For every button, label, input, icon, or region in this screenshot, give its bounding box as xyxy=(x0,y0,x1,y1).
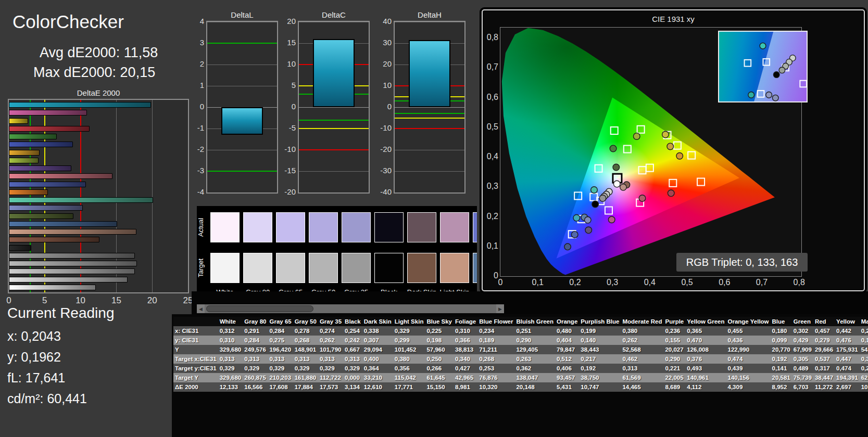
actual-swatch-white[interactable] xyxy=(210,212,240,242)
actual-swatch-gray-35[interactable] xyxy=(342,212,371,242)
scroll-right-button[interactable]: ▶ xyxy=(496,304,504,313)
column-header-blue-sky[interactable]: Blue Sky xyxy=(425,317,454,326)
cell-tx: 0,512 xyxy=(555,354,579,364)
cell-ty: 0,329 xyxy=(343,364,362,373)
target-swatch-black[interactable] xyxy=(374,253,404,283)
cell-y: 0,299 xyxy=(393,336,425,345)
inset-target-point xyxy=(758,91,764,97)
cell-tx: 0,400 xyxy=(362,354,393,364)
cell-ty: 0,329 xyxy=(268,364,293,373)
scrollbar-thumb[interactable] xyxy=(206,305,313,312)
target-swatch-row xyxy=(197,253,477,283)
cell-x: 0,278 xyxy=(293,326,318,336)
column-header-dark-skin[interactable]: Dark Skin xyxy=(362,317,393,326)
target-swatch-gray-80[interactable] xyxy=(243,253,272,283)
inset-measured-point xyxy=(748,92,754,98)
column-header-foliage[interactable]: Foliage xyxy=(454,317,477,326)
column-header-orange[interactable]: Orange xyxy=(555,317,579,326)
actual-swatch-blue-sky[interactable] xyxy=(473,212,477,242)
inset-target-point xyxy=(800,81,807,87)
column-header-green[interactable]: Green xyxy=(792,317,813,326)
scroll-left-button[interactable]: ◀ xyxy=(197,304,205,313)
target-swatch-gray-65[interactable] xyxy=(276,253,305,283)
cell-tx: 0,313 xyxy=(243,354,268,364)
cell-tY: 62,066 xyxy=(860,373,868,382)
cell-tY: 38,447 xyxy=(813,373,835,382)
column-header-white[interactable]: White xyxy=(218,317,243,326)
cell-tY: 20,581 xyxy=(771,373,792,382)
y-tick-label: 0 xyxy=(372,102,392,111)
column-header-bluish-green[interactable]: Bluish Green xyxy=(514,317,555,326)
cell-Y: 67,909 xyxy=(792,345,813,354)
column-header-gray-35[interactable]: Gray 35 xyxy=(318,317,343,326)
column-header-magenta[interactable]: Magenta xyxy=(860,317,868,326)
target-point-bluish-green xyxy=(595,165,602,172)
actual-swatch-dark-skin[interactable] xyxy=(407,212,436,242)
table-row-tx: Target x:CIE310,3130,3130,3130,3130,3130… xyxy=(173,354,868,364)
y-tick-label: -5 xyxy=(276,123,296,132)
column-header-gray-65[interactable]: Gray 65 xyxy=(268,317,293,326)
cell-dE: 4,309 xyxy=(726,382,771,392)
target-point-foliage xyxy=(624,146,631,153)
cell-y: 0,476 xyxy=(835,336,860,345)
column-header-blue[interactable]: Blue xyxy=(771,317,792,326)
cie-y-tick: 0,1 xyxy=(484,241,498,251)
cell-dE: 12,610 xyxy=(362,382,393,392)
delta-c-chart xyxy=(298,21,370,194)
y-tick-label: -30 xyxy=(372,166,392,175)
y-tick-label: 20 xyxy=(372,59,392,68)
inset-target-point xyxy=(763,59,770,66)
cell-Y: 29,666 xyxy=(813,345,835,354)
measured-point-light-skin xyxy=(620,184,627,191)
target-swatch-gray-50[interactable] xyxy=(309,253,338,283)
measured-point-green xyxy=(610,145,617,152)
cell-tY: 140,961 xyxy=(685,373,726,382)
cie-y-tick: 0,6 xyxy=(484,93,498,102)
actual-swatch-gray-80[interactable] xyxy=(243,212,272,242)
swatch-scrollbar[interactable]: ◀ ▶ xyxy=(197,304,504,313)
de2000-bar-chart xyxy=(8,99,189,293)
column-header-gray-80[interactable]: Gray 80 xyxy=(243,317,268,326)
actual-swatch-gray-65[interactable] xyxy=(276,212,305,242)
target-swatch-light-skin[interactable] xyxy=(440,253,469,283)
column-header-purple[interactable]: Purple xyxy=(663,317,685,326)
column-header-orange-yellow[interactable]: Orange Yellow xyxy=(726,317,771,326)
column-header-black[interactable]: Black xyxy=(343,317,362,326)
target-point-purple xyxy=(605,207,612,214)
column-header-light-skin[interactable]: Light Skin xyxy=(393,317,425,326)
column-header-blue-flower[interactable]: Blue Flower xyxy=(477,317,514,326)
target-swatch-white[interactable] xyxy=(210,253,240,283)
actual-swatch-gray-50[interactable] xyxy=(309,212,338,242)
cell-x: 0,199 xyxy=(579,326,621,336)
column-header-purplish-blue[interactable]: Purplish Blue xyxy=(579,317,621,326)
target-swatch-gray-35[interactable] xyxy=(342,253,371,283)
cell-y: 0,242 xyxy=(343,336,362,345)
cell-ty: 0,329 xyxy=(218,364,243,373)
cell-ty: 0,427 xyxy=(454,364,477,373)
target-swatch-dark-skin[interactable] xyxy=(407,253,436,283)
y-tick-label: -40 xyxy=(372,187,392,196)
cie-x-tick: 0,7 xyxy=(753,278,770,287)
actual-swatch-black[interactable] xyxy=(374,212,404,242)
column-header-moderate-red[interactable]: Moderate Red xyxy=(621,317,663,326)
target-point-moderate-red xyxy=(669,179,676,187)
column-header-red[interactable]: Red xyxy=(813,317,835,326)
measured-point-moderate-red xyxy=(639,195,646,202)
actual-swatch-light-skin[interactable] xyxy=(440,212,469,242)
column-header-yellow-green[interactable]: Yellow Green xyxy=(685,317,726,326)
de-bar-blue-sky xyxy=(9,221,117,227)
de-bar-white xyxy=(9,285,96,290)
measured-point-blue-flower xyxy=(585,217,592,224)
cell-x: 0,291 xyxy=(243,326,268,336)
cie-x-tick: 0,4 xyxy=(641,278,658,287)
reading-y: y: 0,1962 xyxy=(7,350,61,365)
gridline xyxy=(207,192,277,193)
column-header-gray-50[interactable]: Gray 50 xyxy=(293,317,318,326)
table-corner xyxy=(173,317,218,326)
avg-de2000-value: Avg dE2000: 11,58 xyxy=(40,45,158,61)
table-row-tY: Target Y329,680260,875210,203161,880112,… xyxy=(173,373,868,382)
target-swatch-blue-sky[interactable] xyxy=(473,253,477,283)
column-header-yellow[interactable]: Yellow xyxy=(835,317,860,326)
de-bar-gray-80 xyxy=(9,277,128,282)
cell-tY: 42,965 xyxy=(454,373,477,382)
